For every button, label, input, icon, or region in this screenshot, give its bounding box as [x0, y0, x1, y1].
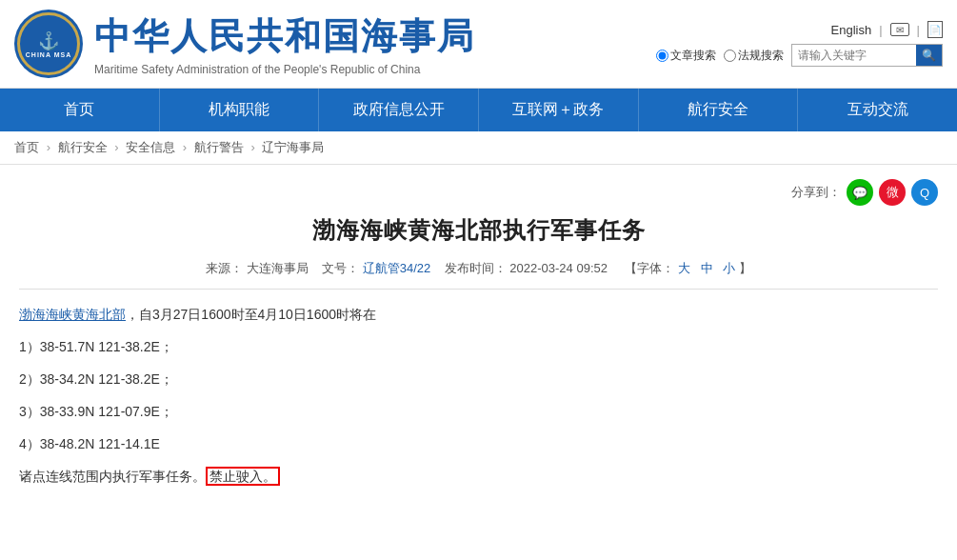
- radio-law-label[interactable]: 法规搜索: [724, 48, 784, 64]
- conclusion-pre: 诸点连线范围内执行军事任务。: [19, 469, 206, 484]
- search-bar: 文章搜索 法规搜索 🔍: [656, 44, 943, 67]
- radio-article-label[interactable]: 文章搜索: [656, 48, 716, 64]
- breadcrumb: 首页 › 航行安全 › 安全信息 › 航行警告 › 辽宁海事局: [0, 131, 957, 165]
- lang-english-link[interactable]: English: [831, 23, 872, 37]
- search-input[interactable]: [792, 46, 916, 65]
- icon-separator: |: [917, 23, 920, 37]
- search-input-wrap: 🔍: [791, 44, 943, 67]
- nav-item-home[interactable]: 首页: [0, 89, 160, 131]
- intro-link[interactable]: 渤海海峡黄海北部: [19, 307, 126, 322]
- nav-item-org[interactable]: 机构职能: [160, 89, 320, 131]
- article-meta: 来源： 大连海事局 文号： 辽航管34/22 发布时间： 2022-03-24 …: [19, 260, 938, 290]
- logo: ⚓ CHINA MSA: [14, 10, 83, 78]
- qq-icon: Q: [920, 186, 929, 200]
- site-header: ⚓ CHINA MSA 中华人民共和国海事局 Maritime Safety A…: [0, 0, 957, 89]
- header-right: English | ✉ | 📄 文章搜索 法规搜索 🔍: [656, 21, 943, 67]
- wechat-icon: 💬: [852, 186, 867, 200]
- article-title: 渤海海峡黄海北部执行军事任务: [19, 215, 938, 246]
- breadcrumb-sep-1: ›: [47, 140, 50, 154]
- source-label: 来源：: [206, 261, 243, 275]
- source-value: 大连海事局: [247, 261, 309, 275]
- main-nav: 首页 机构职能 政府信息公开 互联网＋政务 航行安全 互动交流: [0, 89, 957, 131]
- weibo-icon: 微: [887, 184, 899, 201]
- nav-item-interact[interactable]: 互动交流: [798, 89, 957, 131]
- radio-law[interactable]: [724, 50, 736, 62]
- article-point1: 1）38-51.7N 121-38.2E；: [19, 333, 938, 360]
- radio-article-text: 文章搜索: [670, 48, 716, 64]
- doc-link[interactable]: 辽航管34/22: [363, 261, 431, 275]
- doc-icon[interactable]: 📄: [927, 21, 943, 38]
- font-medium-link[interactable]: 中: [701, 261, 713, 275]
- breadcrumb-sep-2: ›: [114, 140, 118, 154]
- anchor-icon: ⚓: [38, 30, 59, 51]
- radio-law-text: 法规搜索: [738, 48, 784, 64]
- share-row: 分享到： 💬 微 Q: [19, 179, 938, 206]
- share-wechat-button[interactable]: 💬: [847, 179, 873, 206]
- breadcrumb-safety[interactable]: 航行安全: [58, 140, 108, 154]
- article-point2: 2）38-34.2N 121-38.2E；: [19, 366, 938, 392]
- doc-label: 文号：: [322, 261, 359, 275]
- header-top-links: English | ✉ | 📄: [831, 21, 943, 38]
- article-content: 分享到： 💬 微 Q 渤海海峡黄海北部执行军事任务 来源： 大连海事局 文号： …: [0, 165, 957, 514]
- article-point3: 3）38-33.9N 121-07.9E；: [19, 398, 938, 425]
- article-conclusion: 诸点连线范围内执行军事任务。禁止驶入。: [19, 463, 938, 490]
- font-small-link[interactable]: 小: [723, 261, 735, 275]
- date-label: 发布时间：: [445, 261, 507, 275]
- breadcrumb-liaoning[interactable]: 辽宁海事局: [262, 140, 324, 154]
- article-body: 渤海海峡黄海北部，自3月27日1600时至4月10日1600时将在 1）38-5…: [19, 301, 938, 490]
- breadcrumb-safety-info[interactable]: 安全信息: [126, 140, 175, 154]
- site-title-cn: 中华人民共和国海事局: [94, 12, 475, 61]
- font-label: 【字体：: [625, 261, 674, 275]
- font-close: 】: [739, 261, 751, 275]
- site-title-en: Maritime Safety Administration of the Pe…: [94, 63, 475, 76]
- nav-item-safety[interactable]: 航行安全: [639, 89, 799, 131]
- share-label: 分享到：: [791, 184, 841, 201]
- radio-article[interactable]: [656, 50, 668, 62]
- article-intro: 渤海海峡黄海北部，自3月27日1600时至4月10日1600时将在: [19, 301, 938, 328]
- breadcrumb-sep-3: ›: [183, 140, 187, 154]
- logo-section: ⚓ CHINA MSA 中华人民共和国海事局 Maritime Safety A…: [14, 10, 475, 78]
- share-weibo-button[interactable]: 微: [879, 179, 906, 206]
- mail-icon[interactable]: ✉: [890, 23, 909, 36]
- search-button[interactable]: 🔍: [916, 45, 942, 66]
- site-title-block: 中华人民共和国海事局 Maritime Safety Administratio…: [94, 12, 475, 76]
- breadcrumb-sep-4: ›: [250, 140, 254, 154]
- lang-separator: |: [879, 23, 882, 37]
- conclusion-highlight: 禁止驶入。: [206, 467, 280, 486]
- nav-item-internet[interactable]: 互联网＋政务: [479, 89, 639, 131]
- logo-cn: CHINA MSA: [26, 51, 71, 58]
- article-point4: 4）38-48.2N 121-14.1E: [19, 430, 938, 457]
- breadcrumb-home[interactable]: 首页: [14, 140, 39, 154]
- date-value: 2022-03-24 09:52: [509, 261, 608, 275]
- nav-item-gov[interactable]: 政府信息公开: [319, 89, 479, 131]
- font-large-link[interactable]: 大: [678, 261, 690, 275]
- search-radio-group: 文章搜索 法规搜索: [656, 48, 784, 64]
- intro-rest: ，自3月27日1600时至4月10日1600时将在: [126, 307, 376, 322]
- breadcrumb-nav-warning[interactable]: 航行警告: [194, 140, 244, 154]
- share-qq-button[interactable]: Q: [911, 179, 938, 206]
